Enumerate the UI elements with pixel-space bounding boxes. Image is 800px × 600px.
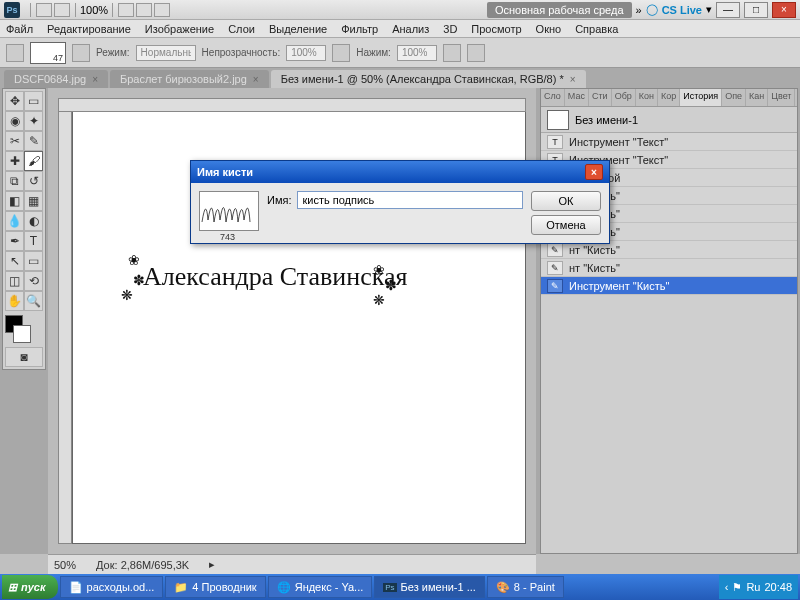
lasso-tool[interactable]: ◉: [5, 111, 24, 131]
history-step[interactable]: TИнструмент "Текст": [541, 133, 797, 151]
quickmask-toggle[interactable]: ◙: [5, 347, 43, 367]
airbrush-icon[interactable]: [443, 44, 461, 62]
blend-mode-select[interactable]: [136, 45, 196, 61]
color-swatches[interactable]: [5, 315, 43, 343]
menu-3d[interactable]: 3D: [443, 23, 457, 35]
dialog-close-button[interactable]: ×: [585, 164, 603, 180]
hand-icon[interactable]: [118, 3, 134, 17]
history-brush-tool[interactable]: ↺: [24, 171, 43, 191]
panel-tab[interactable]: Кон: [636, 89, 658, 106]
history-snapshot-row[interactable]: Без имени-1: [541, 107, 797, 133]
tray-icon[interactable]: ‹: [725, 581, 729, 593]
gradient-tool[interactable]: ▦: [24, 191, 43, 211]
doc-size[interactable]: Док: 2,86M/695,3K: [96, 559, 189, 571]
taskbar-item[interactable]: 🎨8 - Paint: [487, 576, 564, 598]
menu-layer[interactable]: Слои: [228, 23, 255, 35]
menu-file[interactable]: Файл: [6, 23, 33, 35]
panel-tab[interactable]: Цвет: [768, 89, 795, 106]
3d-tool[interactable]: ◫: [5, 271, 24, 291]
shape-tool[interactable]: ▭: [24, 251, 43, 271]
zoom-tool[interactable]: 🔍: [24, 291, 43, 311]
document-tab[interactable]: Браслет бирюзовый2.jpg×: [110, 70, 269, 88]
eraser-tool[interactable]: ◧: [5, 191, 24, 211]
panel-tab[interactable]: Кан: [746, 89, 768, 106]
panel-tab[interactable]: Обр: [612, 89, 636, 106]
menu-help[interactable]: Справка: [575, 23, 618, 35]
tray-icon[interactable]: ⚑: [732, 581, 742, 594]
screen-mode-icon[interactable]: [154, 3, 170, 17]
move-tool[interactable]: ✥: [5, 91, 24, 111]
crop-tool[interactable]: ✂: [5, 131, 24, 151]
history-step-label: Инструмент "Текст": [569, 136, 668, 148]
taskbar-item[interactable]: 🌐Яндекс - Ya...: [268, 576, 373, 598]
flower-icon: ❋: [121, 287, 133, 303]
panel-tab[interactable]: Сло: [541, 89, 565, 106]
heal-tool[interactable]: ✚: [5, 151, 24, 171]
menu-select[interactable]: Выделение: [269, 23, 327, 35]
blur-tool[interactable]: 💧: [5, 211, 24, 231]
menu-edit[interactable]: Редактирование: [47, 23, 131, 35]
menu-filter[interactable]: Фильтр: [341, 23, 378, 35]
clock[interactable]: 20:48: [764, 581, 792, 593]
brush-panel-icon[interactable]: [72, 44, 90, 62]
menu-window[interactable]: Окно: [536, 23, 562, 35]
stamp-tool[interactable]: ⧉: [5, 171, 24, 191]
flower-icon: ❀: [128, 252, 140, 268]
bridge-icon[interactable]: [36, 3, 52, 17]
3d-camera-tool[interactable]: ⟲: [24, 271, 43, 291]
arrange-icon[interactable]: [136, 3, 152, 17]
menu-image[interactable]: Изображение: [145, 23, 214, 35]
close-icon[interactable]: ×: [253, 74, 259, 85]
eyedropper-tool[interactable]: ✎: [24, 131, 43, 151]
dialog-titlebar[interactable]: Имя кисти ×: [191, 161, 609, 183]
document-tab[interactable]: Без имени-1 @ 50% (Александра Ставинская…: [271, 70, 586, 88]
maximize-button[interactable]: □: [744, 2, 768, 18]
ok-button[interactable]: ОК: [531, 191, 601, 211]
panel-tab[interactable]: Сти: [589, 89, 612, 106]
start-button[interactable]: ⊞ пуск: [2, 575, 58, 599]
zoom-field[interactable]: 50%: [54, 559, 76, 571]
cancel-button[interactable]: Отмена: [531, 215, 601, 235]
taskbar-item[interactable]: 📁4 Проводник: [165, 576, 265, 598]
close-icon[interactable]: ×: [570, 74, 576, 85]
menu-analysis[interactable]: Анализ: [392, 23, 429, 35]
minimize-button[interactable]: —: [716, 2, 740, 18]
panel-tab[interactable]: Опе: [722, 89, 746, 106]
zoom-display[interactable]: 100%: [80, 4, 108, 16]
type-tool[interactable]: T: [24, 231, 43, 251]
brush-tool[interactable]: 🖌: [24, 151, 43, 171]
panel-tab-history[interactable]: История: [680, 89, 722, 106]
background-color[interactable]: [13, 325, 31, 343]
marquee-tool[interactable]: ▭: [24, 91, 43, 111]
hand-tool[interactable]: ✋: [5, 291, 24, 311]
document-tab[interactable]: DSCF0684.jpg×: [4, 70, 108, 88]
history-step[interactable]: ✎нт "Кисть": [541, 259, 797, 277]
menu-view[interactable]: Просмотр: [471, 23, 521, 35]
dodge-tool[interactable]: ◐: [24, 211, 43, 231]
close-icon[interactable]: ×: [92, 74, 98, 85]
history-step[interactable]: ✎Инструмент "Кисть": [541, 277, 797, 295]
taskbar-item[interactable]: 📄расходы.od...: [60, 576, 164, 598]
pen-tool[interactable]: ✒: [5, 231, 24, 251]
taskbar-item[interactable]: PsБез имени-1 ...: [374, 576, 485, 598]
opacity-pressure-icon[interactable]: [332, 44, 350, 62]
close-button[interactable]: ×: [772, 2, 796, 18]
ruler-vertical[interactable]: [58, 112, 72, 544]
path-tool[interactable]: ↖: [5, 251, 24, 271]
history-step-label: нт "Кисть": [569, 244, 620, 256]
tool-preset-icon[interactable]: [6, 44, 24, 62]
panel-tab[interactable]: Кор: [658, 89, 680, 106]
opacity-input[interactable]: [286, 45, 326, 61]
wand-tool[interactable]: ✦: [24, 111, 43, 131]
ruler-horizontal[interactable]: [58, 98, 526, 112]
flow-input[interactable]: [397, 45, 437, 61]
system-tray[interactable]: ‹ ⚑ Ru 20:48: [719, 575, 798, 599]
brush-name-input[interactable]: [297, 191, 523, 209]
tablet-pressure-icon[interactable]: [467, 44, 485, 62]
language-indicator[interactable]: Ru: [746, 581, 760, 593]
brush-preset-picker[interactable]: [30, 42, 66, 64]
panel-tab[interactable]: Мас: [565, 89, 589, 106]
workspace-switcher[interactable]: Основная рабочая среда: [487, 2, 632, 18]
minibridge-icon[interactable]: [54, 3, 70, 17]
cslive-button[interactable]: CS Live: [662, 4, 702, 16]
